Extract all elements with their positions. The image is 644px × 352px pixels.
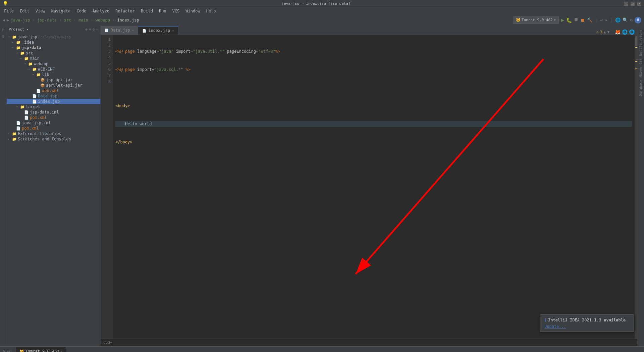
warnings-down-icon[interactable]: ▼ xyxy=(607,30,609,34)
index-jsp-icon: 📄 xyxy=(142,29,146,33)
project-sort-icon[interactable]: ≡ xyxy=(89,27,91,32)
breadcrumb-webapp[interactable]: webapp xyxy=(96,18,110,23)
right-panel-maven[interactable]: Maven xyxy=(639,66,643,79)
line-num-6: 6 xyxy=(101,67,111,73)
menu-refactor[interactable]: Refactor xyxy=(113,8,138,14)
tree-item-root-pom[interactable]: ▸ 📄 pom.xml xyxy=(7,126,100,131)
folder-icon: 📁 xyxy=(16,46,21,50)
code-content[interactable]: <%@ page language="java" import="java.ut… xyxy=(113,35,635,339)
project-collapse-icon[interactable]: — xyxy=(96,27,98,32)
run-button[interactable]: ▶ xyxy=(561,17,564,23)
stop-button[interactable]: ⏹ xyxy=(580,17,585,23)
menu-window[interactable]: Window xyxy=(183,8,203,14)
tree-item-servlet-api[interactable]: ▸ 📦 servlet-api.jar xyxy=(7,83,100,88)
code-line-8 xyxy=(115,175,632,181)
menu-code[interactable]: Code xyxy=(74,8,89,14)
menu-file[interactable]: File xyxy=(1,8,16,14)
tab-index-jsp[interactable]: 📄 index.jsp ✕ xyxy=(138,26,178,35)
tab-close-data-jsp[interactable]: ✕ xyxy=(132,29,134,32)
right-panel-git[interactable]: Git xyxy=(639,57,643,66)
tree-item-main[interactable]: ▾ 📁 main xyxy=(7,56,100,61)
menu-navigate[interactable]: Navigate xyxy=(49,8,73,14)
tree-label: pom.xml xyxy=(22,126,39,131)
run-with-coverage-icon[interactable]: ⛊ xyxy=(574,17,578,23)
tree-item-lib[interactable]: ▾ 📁 lib xyxy=(7,72,100,77)
menu-analyze[interactable]: Analyze xyxy=(90,8,112,14)
jsp-icon: 📄 xyxy=(32,99,37,104)
menu-help[interactable]: Help xyxy=(204,8,219,14)
project-add-icon[interactable]: ⊕ xyxy=(86,27,88,32)
window-controls: — ❐ ✕ xyxy=(624,2,641,6)
tree-arrow: ▾ xyxy=(28,68,32,71)
tree-item-webinf[interactable]: ▾ 📁 WEB-INF xyxy=(7,67,100,72)
scrollbar-thumb[interactable] xyxy=(635,36,637,46)
minimize-button[interactable]: — xyxy=(624,2,628,6)
left-icon-project[interactable]: P xyxy=(0,27,6,33)
close-button[interactable]: ✕ xyxy=(637,2,641,6)
tree-item-ext-libs[interactable]: ▸ 📁 External Libraries xyxy=(7,131,100,136)
browser-icon-ff[interactable]: 🦊 xyxy=(615,29,621,35)
tree-label: index.jsp xyxy=(38,99,60,104)
browser-icon-chrome[interactable]: 🌐 xyxy=(622,29,628,35)
breadcrumb-java-jsp[interactable]: java-jsp xyxy=(11,18,30,23)
toolbar-forward-icon[interactable]: ▶ xyxy=(7,17,9,23)
project-gear-icon[interactable]: ⚙ xyxy=(93,27,95,32)
tab-close-index-jsp[interactable]: ✕ xyxy=(172,29,174,32)
right-panel-notifications[interactable]: Notifications xyxy=(639,28,643,57)
toolbar-back-icon[interactable]: ◀ xyxy=(3,17,5,23)
right-panel-database[interactable]: Database xyxy=(639,79,643,97)
redo-icon[interactable]: ↪ xyxy=(605,17,607,23)
tree-item-data-jsp[interactable]: ▸ 📄 Data.jsp xyxy=(7,93,100,99)
tree-item-jsp-data[interactable]: ▾ 📁 jsp-data xyxy=(7,45,100,50)
tab-data-jsp[interactable]: 📄 Data.jsp ✕ xyxy=(101,26,138,35)
tree-item-pom-xml[interactable]: ▸ 📄 pom.xml xyxy=(7,115,100,120)
tree-item-target[interactable]: ▾ 📁 target xyxy=(7,104,100,109)
tree-item-webxml[interactable]: ▸ 📄 web.xml xyxy=(7,88,100,93)
tree-label: main xyxy=(30,56,40,61)
menu-run[interactable]: Run xyxy=(156,8,169,14)
debug-button[interactable]: 🐛 xyxy=(566,17,572,23)
tree-arrow: ▾ xyxy=(16,51,20,55)
translate-icon[interactable]: 🌐 xyxy=(615,17,621,23)
tree-item-scratches[interactable]: ▸ 📁 Scratches and Consoles xyxy=(7,136,100,142)
tomcat-tab-close[interactable]: ✕ xyxy=(61,350,62,352)
run-tab-label[interactable]: Run: xyxy=(0,347,16,352)
user-avatar[interactable]: U xyxy=(635,17,641,24)
toolbar-left: ◀ ▶ java-jsp › jsp-data › src › main › w… xyxy=(3,17,139,23)
tree-item-src[interactable]: ▾ 📁 src xyxy=(7,50,100,56)
right-sidebar: Notifications Git Maven Database xyxy=(637,26,644,346)
left-icon-structure[interactable]: S xyxy=(0,34,6,40)
tree-item-java-jsp[interactable]: ▾ 📁 java-jsp D:/Java/java-jsp xyxy=(7,34,100,40)
browser-icon-edge[interactable]: 🌐 xyxy=(629,29,635,35)
tomcat-config-button[interactable]: 🐱 Tomcat 9.0.462 ▼ xyxy=(513,16,559,24)
data-jsp-icon: 📄 xyxy=(105,29,109,32)
tree-item-java-jsp-iml[interactable]: ▸ 📄 java-jsp.iml xyxy=(7,120,100,126)
breadcrumb-jsp-data[interactable]: jsp-data xyxy=(37,18,57,23)
search-everywhere-icon[interactable]: 🔍 xyxy=(623,17,628,23)
warnings-up-icon[interactable]: ▲ xyxy=(604,30,606,34)
settings-icon[interactable]: ⚙ xyxy=(630,17,633,23)
notif-update-link[interactable]: Update... xyxy=(544,324,566,329)
breadcrumb-index-jsp[interactable]: index.jsp xyxy=(117,18,139,23)
menu-view[interactable]: View xyxy=(33,8,48,14)
tomcat-tab[interactable]: 🐱 Tomcat 9.0.462 ✕ xyxy=(16,347,66,352)
tree-arrow: ▸ xyxy=(8,132,12,135)
menu-vcs[interactable]: VCS xyxy=(170,8,182,14)
menu-build[interactable]: Build xyxy=(138,8,156,14)
tree-item-webapp[interactable]: ▾ 📁 webapp xyxy=(7,61,100,67)
jsp-icon: 📄 xyxy=(32,94,37,98)
menu-edit[interactable]: Edit xyxy=(17,8,32,14)
undo-icon[interactable]: ↩ xyxy=(600,17,603,23)
tree-item-index-jsp[interactable]: ▸ 📄 index.jsp xyxy=(7,99,100,104)
line-numbers: 1 2 3 4 5 6 7 8 xyxy=(101,35,113,339)
tree-item-idea[interactable]: ▸ 📁 .idea xyxy=(7,40,100,45)
build-icon[interactable]: 🔨 xyxy=(587,17,592,23)
restore-button[interactable]: ❐ xyxy=(631,2,635,6)
breadcrumb-src[interactable]: src xyxy=(64,18,71,23)
tree-item-jsp-data-iml[interactable]: ▸ 📄 jsp-data.iml xyxy=(7,109,100,115)
tree-item-jsp-api[interactable]: ▸ 📦 jsp-api.jar xyxy=(7,77,100,83)
tomcat-dropdown-icon[interactable]: ▼ xyxy=(554,18,556,22)
project-title: Project ▾ xyxy=(9,27,29,32)
editor-scrollbar[interactable] xyxy=(635,35,637,339)
breadcrumb-main[interactable]: main xyxy=(78,18,88,23)
